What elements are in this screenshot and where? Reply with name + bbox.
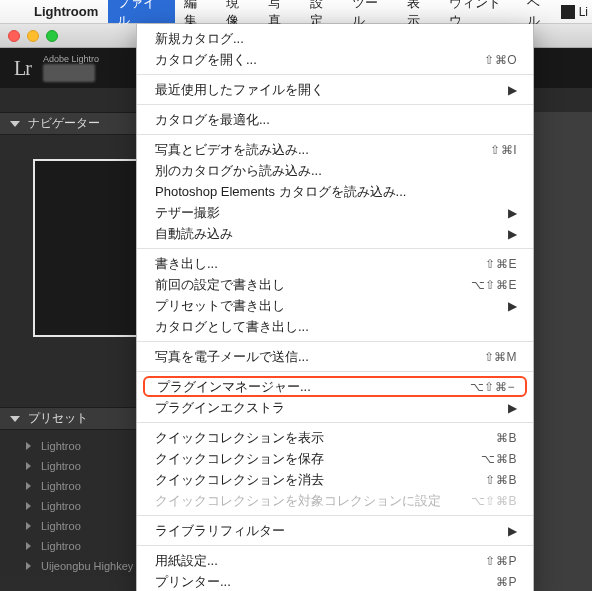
tray-label: Li xyxy=(579,5,588,19)
menu-item-label: プリセットで書き出し xyxy=(155,297,500,315)
chevron-right-icon xyxy=(26,502,31,510)
menu-item[interactable]: 書き出し...⇧⌘E xyxy=(137,253,533,274)
app-name[interactable]: Lightroom xyxy=(24,4,108,19)
macos-menubar: Lightroom ファイル 編集 現像 写真 設定 ツール 表示 ウィンドウ … xyxy=(0,0,592,24)
menubar-tray: Li xyxy=(561,5,592,19)
menu-item[interactable]: カタログを最適化... xyxy=(137,109,533,130)
menu-item-label: カタログを開く... xyxy=(155,51,484,69)
menu-item[interactable]: プラグインマネージャー...⌥⇧⌘− xyxy=(143,376,527,397)
menu-item: クイックコレクションを対象コレクションに設定⌥⇧⌘B xyxy=(137,490,533,511)
menu-item-shortcut: ⌥⇧⌘− xyxy=(470,380,515,394)
menu-item-label: プリンター... xyxy=(155,573,496,591)
zoom-icon[interactable] xyxy=(46,30,58,42)
menu-item-shortcut: ⌥⇧⌘E xyxy=(471,278,517,292)
menu-item[interactable]: 前回の設定で書き出し⌥⇧⌘E xyxy=(137,274,533,295)
submenu-icon: ▶ xyxy=(500,299,517,313)
menu-item-label: クイックコレクションを消去 xyxy=(155,471,485,489)
menu-item-shortcut: ⌥⌘B xyxy=(481,452,517,466)
submenu-icon: ▶ xyxy=(500,524,517,538)
chevron-right-icon xyxy=(26,562,31,570)
preset-label: Lightroo xyxy=(41,500,81,512)
menu-item[interactable]: Photoshop Elements カタログを読み込み... xyxy=(137,181,533,202)
menu-item-shortcut: ⇧⌘I xyxy=(490,143,517,157)
lr-logo: Lr xyxy=(14,57,31,80)
menu-item[interactable]: プリセットで書き出し▶ xyxy=(137,295,533,316)
menu-item-label: 自動読み込み xyxy=(155,225,500,243)
menu-item[interactable]: クイックコレクションを消去⇧⌘B xyxy=(137,469,533,490)
menu-help[interactable]: ヘル xyxy=(518,0,560,23)
menu-tools[interactable]: ツール xyxy=(343,0,397,23)
menu-item[interactable]: テザー撮影▶ xyxy=(137,202,533,223)
menu-item[interactable]: カタログとして書き出し... xyxy=(137,316,533,337)
menu-item[interactable]: 新規カタログ... xyxy=(137,28,533,49)
menu-item[interactable]: 写真とビデオを読み込み...⇧⌘I xyxy=(137,139,533,160)
menu-item-label: 前回の設定で書き出し xyxy=(155,276,471,294)
menu-item-label: プラグインエクストラ xyxy=(155,399,500,417)
menu-item-label: カタログを最適化... xyxy=(155,111,517,129)
tray-lr-icon[interactable] xyxy=(561,5,575,19)
menu-item[interactable]: 自動読み込み▶ xyxy=(137,223,533,244)
file-menu-dropdown: 新規カタログ...カタログを開く...⇧⌘O最近使用したファイルを開く▶カタログ… xyxy=(136,24,534,591)
preset-label: Uijeongbu Highkey xyxy=(41,560,133,572)
menu-item-label: 書き出し... xyxy=(155,255,485,273)
menu-item[interactable]: ライブラリフィルター▶ xyxy=(137,520,533,541)
menu-item[interactable]: カタログを開く...⇧⌘O xyxy=(137,49,533,70)
menu-view[interactable]: 表示 xyxy=(398,0,440,23)
menu-item-shortcut: ⇧⌘P xyxy=(485,554,517,568)
menu-item-label: 新規カタログ... xyxy=(155,30,517,48)
submenu-icon: ▶ xyxy=(500,227,517,241)
close-icon[interactable] xyxy=(8,30,20,42)
menu-item[interactable]: 写真を電子メールで送信...⇧⌘M xyxy=(137,346,533,367)
menu-photo[interactable]: 写真 xyxy=(259,0,301,23)
menu-item-shortcut: ⇧⌘M xyxy=(484,350,518,364)
chevron-right-icon xyxy=(26,482,31,490)
menu-item-label: 写真とビデオを読み込み... xyxy=(155,141,490,159)
menu-item-label: カタログとして書き出し... xyxy=(155,318,517,336)
lr-subtitle: Adobe Lightro xyxy=(43,54,99,64)
disclosure-icon xyxy=(10,121,20,127)
minimize-icon[interactable] xyxy=(27,30,39,42)
menu-develop[interactable]: 現像 xyxy=(217,0,259,23)
submenu-icon: ▶ xyxy=(500,83,517,97)
menu-item[interactable]: プリンター...⌘P xyxy=(137,571,533,591)
menu-item-label: 写真を電子メールで送信... xyxy=(155,348,484,366)
navigator-title: ナビゲーター xyxy=(28,115,100,132)
menu-item-label: クイックコレクションを対象コレクションに設定 xyxy=(155,492,471,510)
preset-label: Lightroo xyxy=(41,440,81,452)
menu-file[interactable]: ファイル xyxy=(108,0,174,23)
submenu-icon: ▶ xyxy=(500,401,517,415)
preset-label: Lightroo xyxy=(41,540,81,552)
menu-item-label: クイックコレクションを保存 xyxy=(155,450,481,468)
menu-item[interactable]: クイックコレクションを保存⌥⌘B xyxy=(137,448,533,469)
preset-label: Lightroo xyxy=(41,520,81,532)
submenu-icon: ▶ xyxy=(500,206,517,220)
disclosure-icon xyxy=(10,416,20,422)
presets-title: プリセット xyxy=(28,410,88,427)
menu-window[interactable]: ウィンドウ xyxy=(440,0,519,23)
menu-item[interactable]: クイックコレクションを表示⌘B xyxy=(137,427,533,448)
chevron-right-icon xyxy=(26,442,31,450)
menu-item-shortcut: ⇧⌘O xyxy=(484,53,517,67)
menu-item[interactable]: 用紙設定...⇧⌘P xyxy=(137,550,533,571)
menu-item[interactable]: プラグインエクストラ▶ xyxy=(137,397,533,418)
menu-item[interactable]: 最近使用したファイルを開く▶ xyxy=(137,79,533,100)
lr-blurred-text xyxy=(43,64,95,82)
menu-item-shortcut: ⇧⌘E xyxy=(485,257,517,271)
menu-item-label: 最近使用したファイルを開く xyxy=(155,81,500,99)
menu-edit[interactable]: 編集 xyxy=(175,0,217,23)
menu-item-label: Photoshop Elements カタログを読み込み... xyxy=(155,183,517,201)
preset-label: Lightroo xyxy=(41,460,81,472)
menu-item-label: ライブラリフィルター xyxy=(155,522,500,540)
preset-label: Lightroo xyxy=(41,480,81,492)
menu-item-shortcut: ⌘P xyxy=(496,575,517,589)
menu-item-label: テザー撮影 xyxy=(155,204,500,222)
menu-item-label: プラグインマネージャー... xyxy=(157,378,470,396)
chevron-right-icon xyxy=(26,522,31,530)
menu-settings[interactable]: 設定 xyxy=(301,0,343,23)
menu-item-label: クイックコレクションを表示 xyxy=(155,429,496,447)
menu-item[interactable]: 別のカタログから読み込み... xyxy=(137,160,533,181)
menu-item-label: 別のカタログから読み込み... xyxy=(155,162,517,180)
chevron-right-icon xyxy=(26,542,31,550)
menu-item-shortcut: ⌥⇧⌘B xyxy=(471,494,517,508)
menu-item-shortcut: ⇧⌘B xyxy=(485,473,517,487)
